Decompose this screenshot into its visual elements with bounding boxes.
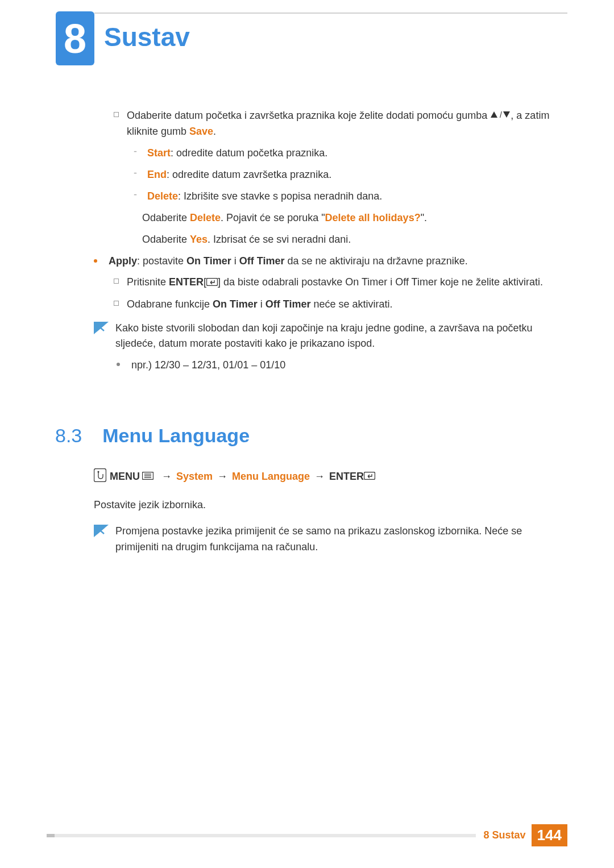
- apply-label: Apply: [109, 255, 137, 267]
- dash-item: - End: odredite datum završetka praznika…: [134, 167, 567, 183]
- lang-text: Postavite jezik izbornika.: [94, 497, 567, 513]
- dash-item: - Delete: Izbrišite sve stavke s popisa …: [134, 189, 567, 205]
- text: neće se aktivirati.: [311, 298, 393, 310]
- ontimer-label: On Timer: [186, 255, 231, 267]
- dot-item: Apply: postavite On Timer i Off Timer da…: [94, 254, 567, 269]
- text-body: End: odredite datum završetka praznika.: [147, 167, 331, 183]
- chapter-number: 8: [64, 15, 86, 62]
- example-text: npr.) 12/30 – 12/31, 01/01 – 01/10: [131, 358, 285, 373]
- sub-text: Odaberite Delete. Pojavit će se poruka "…: [142, 210, 567, 226]
- arrow-icon: →: [161, 471, 172, 483]
- section-title: Menu Language: [102, 425, 250, 447]
- note-icon: [94, 525, 109, 537]
- enter-label: ENTER: [169, 276, 204, 288]
- delete-bold: Delete: [190, 212, 221, 223]
- arrow-icon: →: [314, 471, 325, 483]
- chapter-tab: 8: [56, 11, 94, 65]
- yes-bold: Yes: [190, 234, 208, 245]
- text: ".: [421, 212, 427, 223]
- up-down-arrow-icon: /: [490, 108, 511, 124]
- dash-icon: -: [134, 167, 137, 179]
- text: : Izbrišite sve stavke s popisa neradnih…: [178, 190, 382, 202]
- text: da biste odabrali postavke On Timer i Of…: [221, 276, 543, 288]
- list-item: Odabrane funkcije On Timer i Off Timer n…: [94, 297, 567, 313]
- square-bullet-icon: [114, 301, 119, 306]
- page-content: Odaberite datum početka i završetka praz…: [94, 108, 567, 561]
- svg-point-7: [98, 471, 99, 473]
- orange-dot-icon: [94, 259, 97, 263]
- remote-hand-icon: [94, 468, 106, 485]
- breadcrumb-menu: MENU: [110, 471, 140, 483]
- menu-icon: [142, 471, 154, 483]
- footer: 8 Sustav 144: [47, 824, 567, 846]
- text-body: Start: odredite datum početka praznika.: [147, 146, 327, 161]
- svg-marker-2: [503, 111, 510, 118]
- end-label: End: [147, 169, 167, 180]
- svg-rect-12: [364, 472, 375, 480]
- note-block: Promjena postavke jezika primijenit će s…: [94, 524, 567, 555]
- gray-dot-icon: [117, 363, 120, 366]
- note-block: Kako biste stvorili slobodan dan koji za…: [94, 321, 567, 352]
- text: . Pojavit će se poruka ": [221, 212, 325, 223]
- ontimer-label: On Timer: [213, 298, 258, 310]
- start-label: Start: [147, 147, 171, 159]
- note-text: Promjena postavke jezika primijenit će s…: [115, 524, 567, 555]
- square-bullet-icon: [114, 112, 119, 117]
- text: da se ne aktiviraju na državne praznike.: [284, 255, 467, 267]
- text-body: Odabrane funkcije On Timer i Off Timer n…: [127, 297, 393, 313]
- offtimer-label: Off Timer: [239, 255, 285, 267]
- list-item: Pritisnite ENTER[ ] da biste odabrali po…: [94, 275, 567, 290]
- text: . Izbrisat će se svi neradni dani.: [208, 234, 351, 245]
- offtimer-label: Off Timer: [265, 298, 311, 310]
- text: Odabrane funkcije: [127, 298, 213, 310]
- chapter-title: Sustav: [104, 22, 190, 52]
- text: Odaberite datum početka i završetka praz…: [127, 110, 490, 121]
- dash-icon: -: [134, 146, 137, 157]
- text: Pritisnite: [127, 276, 169, 288]
- text: : odredite datum početka praznika.: [171, 147, 327, 159]
- enter-icon: [206, 275, 218, 291]
- svg-marker-0: [491, 111, 497, 118]
- breadcrumb-system: System: [176, 471, 213, 483]
- dash-icon: -: [134, 189, 137, 201]
- enter-icon: [364, 471, 375, 483]
- text: Odaberite: [142, 234, 190, 245]
- text: i: [258, 298, 265, 310]
- text: : postavite: [137, 255, 186, 267]
- section-heading: 8.3 Menu Language: [55, 425, 567, 447]
- note-icon: [94, 322, 109, 334]
- svg-rect-6: [94, 469, 106, 482]
- text: : odredite datum završetka praznika.: [167, 169, 331, 180]
- save-label: Save: [189, 126, 213, 137]
- footer-page: 144: [532, 824, 567, 846]
- delete-q-bold: Delete all holidays?: [325, 212, 421, 223]
- delete-label: Delete: [147, 190, 178, 202]
- breadcrumb-menulang: Menu Language: [232, 471, 310, 483]
- sub-text: Odaberite Yes. Izbrisat će se svi neradn…: [142, 232, 567, 248]
- footer-bar: [55, 834, 476, 837]
- text-body: Pritisnite ENTER[ ] da biste odabrali po…: [127, 275, 543, 290]
- svg-rect-3: [207, 278, 218, 285]
- note-text: Kako biste stvorili slobodan dan koji za…: [115, 321, 567, 352]
- section-number: 8.3: [55, 425, 82, 447]
- text-body: Delete: Izbrišite sve stavke s popisa ne…: [147, 189, 382, 205]
- footer-label: 8 Sustav: [484, 829, 526, 841]
- arrow-icon: →: [217, 471, 227, 483]
- square-bullet-icon: [114, 279, 119, 284]
- footer-accent: [47, 834, 55, 837]
- text-body: Apply: postavite On Timer i Off Timer da…: [109, 254, 468, 269]
- svg-text:/: /: [500, 111, 502, 119]
- example-item: npr.) 12/30 – 12/31, 01/01 – 01/10: [117, 358, 567, 373]
- header-rule: [94, 13, 567, 14]
- text-body: Odaberite datum početka i završetka praz…: [127, 108, 567, 140]
- breadcrumb: MENU → System → Menu Language → ENTER: [94, 468, 567, 485]
- list-item: Odaberite datum početka i završetka praz…: [94, 108, 567, 140]
- text: i: [231, 255, 239, 267]
- dash-item: - Start: odredite datum početka praznika…: [134, 146, 567, 161]
- breadcrumb-enter: ENTER: [329, 471, 364, 483]
- text: Odaberite: [142, 212, 190, 223]
- text: .: [213, 126, 216, 137]
